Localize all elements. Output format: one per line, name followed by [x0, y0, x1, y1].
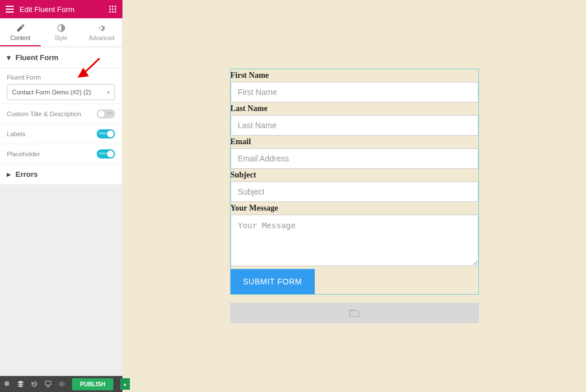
form-select[interactable]: Contact Form Demo (#2) (2) ▾: [7, 84, 115, 100]
panel-tabs: Content Style Advanced: [0, 18, 122, 47]
tab-style[interactable]: Style: [41, 18, 81, 46]
tab-advanced-label: Advanced: [89, 35, 114, 41]
menu-button[interactable]: [0, 0, 19, 18]
apps-button[interactable]: [103, 0, 122, 18]
caret-down-icon: ▾: [7, 53, 11, 62]
editor-footer: PUBLISH ▴: [0, 376, 122, 392]
tab-content-label: Content: [10, 35, 30, 41]
form-select-label: Fluent Form: [7, 74, 115, 81]
tab-advanced[interactable]: Advanced: [81, 18, 122, 46]
contrast-icon: [57, 23, 66, 33]
row-custom-title-label: Custom Title & Description: [7, 110, 81, 117]
svg-point-13: [61, 383, 63, 385]
toggle-knob: [107, 130, 114, 137]
svg-rect-5: [115, 9, 117, 10]
svg-rect-6: [109, 11, 111, 13]
apps-grid-icon: [109, 6, 116, 13]
toggle-knob: [107, 151, 114, 157]
caret-right-icon: ▸: [7, 170, 11, 179]
label-last-name: Last Name: [231, 102, 478, 115]
gear-icon: [3, 381, 10, 387]
fluent-form-widget[interactable]: First Name Last Name Email Subject Your …: [230, 69, 479, 295]
gear-icon: [97, 23, 106, 33]
row-labels-label: Labels: [7, 130, 25, 137]
input-message[interactable]: [231, 215, 478, 266]
editor-canvas: First Name Last Name Email Subject Your …: [122, 0, 586, 376]
toggle-placeholder[interactable]: SHOW: [97, 149, 115, 159]
footer-right-bg: [122, 376, 586, 392]
controls-group: Fluent Form Contact Form Demo (#2) (2) ▾: [0, 68, 122, 104]
svg-rect-0: [109, 6, 111, 7]
editor-panel: Content Style Advanced ▾ Fluent Form Flu…: [0, 18, 122, 376]
toggle-knob: [98, 110, 105, 117]
monitor-icon: [45, 381, 52, 387]
label-message: Your Message: [231, 202, 478, 215]
toggle-custom-title[interactable]: NO: [97, 109, 115, 118]
row-placeholder-label: Placeholder: [7, 151, 40, 157]
tab-style-label: Style: [54, 35, 67, 41]
editor-header: Edit Fluent Form: [0, 0, 122, 18]
section-errors-title: Errors: [15, 170, 38, 179]
row-custom-title-desc: Custom Title & Description NO: [0, 104, 122, 124]
publish-button[interactable]: PUBLISH: [72, 378, 113, 390]
svg-rect-4: [112, 9, 114, 10]
input-email[interactable]: [231, 148, 478, 169]
editor-title: Edit Fluent Form: [19, 5, 103, 14]
submit-button[interactable]: SUBMIT FORM: [231, 269, 315, 294]
toggle-custom-title-state: NO: [107, 112, 113, 115]
footer-responsive-button[interactable]: [45, 381, 52, 387]
section-fluent-form[interactable]: ▾ Fluent Form: [0, 47, 122, 68]
footer-preview-button[interactable]: [58, 381, 65, 387]
hamburger-icon: [6, 6, 14, 13]
svg-rect-7: [112, 11, 114, 13]
panel-spacer: [0, 185, 122, 376]
widget-wrap: First Name Last Name Email Subject Your …: [230, 69, 479, 323]
svg-rect-12: [45, 381, 51, 385]
svg-rect-2: [115, 6, 117, 7]
pencil-icon: [16, 23, 25, 33]
svg-rect-1: [112, 6, 114, 7]
row-placeholder: Placeholder SHOW: [0, 144, 122, 164]
folder-icon: [349, 309, 359, 317]
tab-content[interactable]: Content: [0, 18, 41, 46]
footer-settings-button[interactable]: [3, 381, 10, 387]
label-subject: Subject: [231, 169, 478, 181]
section-fluent-form-title: Fluent Form: [15, 53, 58, 62]
row-labels: Labels SHOW: [0, 124, 122, 144]
layers-icon: [17, 381, 24, 387]
input-first-name[interactable]: [231, 82, 478, 102]
publish-button-label: PUBLISH: [80, 381, 105, 387]
svg-rect-10: [350, 311, 359, 316]
svg-rect-8: [115, 11, 117, 13]
eye-icon: [58, 381, 65, 387]
add-section-placeholder[interactable]: [230, 303, 479, 323]
input-subject[interactable]: [231, 181, 478, 202]
label-first-name: First Name: [231, 69, 478, 82]
footer-navigator-button[interactable]: [17, 381, 24, 387]
input-last-name[interactable]: [231, 115, 478, 136]
footer-history-button[interactable]: [31, 381, 38, 387]
section-errors[interactable]: ▸ Errors: [0, 164, 122, 185]
history-icon: [31, 381, 38, 387]
label-email: Email: [231, 136, 478, 148]
chevron-down-icon: ▾: [107, 89, 110, 96]
publish-options-button[interactable]: ▴: [120, 378, 130, 390]
svg-rect-3: [109, 9, 111, 10]
form-select-value: Contact Form Demo (#2) (2): [12, 89, 91, 96]
toggle-labels[interactable]: SHOW: [97, 129, 115, 138]
